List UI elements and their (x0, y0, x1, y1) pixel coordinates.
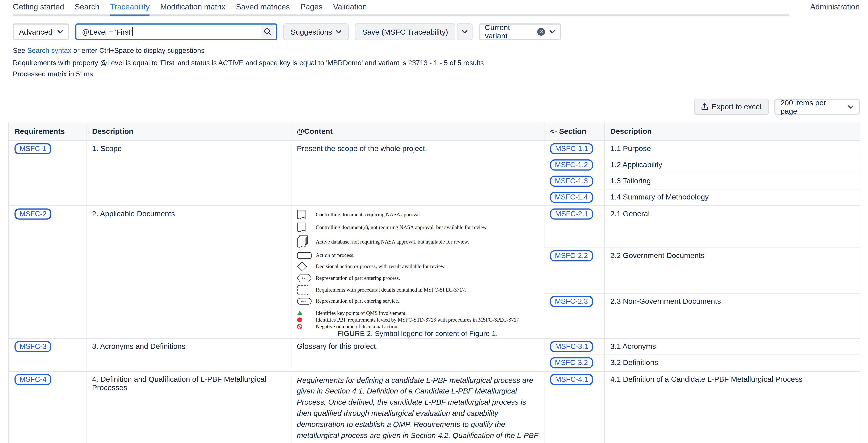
nav-getting-started[interactable]: Getting started (13, 2, 64, 14)
requirement-pill[interactable]: MSFC-3 (14, 341, 52, 352)
nav-modification-matrix[interactable]: Modification matrix (160, 2, 225, 14)
header-section-description: Description (604, 123, 860, 140)
qms-triangle-icon (297, 310, 316, 315)
chevron-down-icon (58, 30, 63, 33)
section-description: 2.3 Non-Government Documents (604, 293, 860, 338)
save-button[interactable]: Save (MSFC Traceability) (355, 24, 456, 40)
traceability-page: Getting started Search Traceability Modi… (0, 0, 868, 443)
section-description: 3.1 Acronyms (604, 338, 860, 354)
search-input[interactable]: @Level = 'First' (75, 24, 277, 40)
variant-select[interactable]: Current variant ✕ (479, 24, 561, 40)
requirement-content-figure: Controlling document, requiring NASA app… (291, 205, 544, 338)
query-mode-value: Advanced (19, 28, 53, 36)
document-controlled-icon (297, 209, 316, 220)
results-summary: Requirements with property @Level is equ… (13, 59, 868, 67)
chevron-down-icon (336, 30, 342, 33)
requirement-description: 3. Acronyms and Definitions (86, 338, 291, 371)
requirement-content: Present the scope of the whole project. (291, 140, 544, 205)
nav-traceability[interactable]: Traceability (110, 2, 150, 14)
top-navigation: Getting started Search Traceability Modi… (0, 0, 868, 16)
requirement-pill[interactable]: MSFC-1 (14, 143, 52, 154)
help-line: See Search syntax or enter Ctrl+Space to… (13, 47, 868, 55)
table-row: MSFC-4 4. Definition and Qualification o… (9, 371, 860, 443)
search-button[interactable] (261, 25, 274, 39)
section-pill[interactable]: MSFC-2.3 (550, 296, 593, 307)
section-description: 4.1 Definition of a Candidate L-PBF Meta… (604, 371, 860, 443)
chevron-down-icon (848, 105, 854, 108)
primary-nav: Getting started Search Traceability Modi… (13, 2, 789, 16)
search-query-text: @Level = 'First' (82, 27, 133, 36)
nav-pages[interactable]: Pages (301, 2, 322, 14)
nav-validation[interactable]: Validation (333, 2, 367, 14)
section-pill[interactable]: MSFC-1.1 (550, 143, 593, 154)
clear-variant-icon[interactable]: ✕ (537, 28, 545, 36)
requirement-description: 1. Scope (86, 140, 291, 205)
search-syntax-link[interactable]: Search syntax (27, 47, 71, 55)
section-pill[interactable]: MSFC-1.2 (550, 159, 593, 170)
section-description: 1.1 Purpose (604, 140, 860, 157)
process-box-icon (297, 252, 316, 259)
symbol-legend-figure: Controlling document, requiring NASA app… (297, 209, 538, 335)
export-icon (701, 103, 708, 110)
requirement-pill[interactable]: MSFC-2 (14, 208, 52, 219)
document-icon (297, 222, 316, 233)
section-description: 1.2 Applicability (604, 157, 860, 173)
header-description: Description (86, 123, 291, 140)
header-content: @Content (291, 123, 544, 140)
section-pill[interactable]: MSFC-1.4 (550, 192, 593, 203)
database-stack-icon (297, 235, 316, 248)
svg-text:Service: Service (301, 300, 308, 303)
suggestions-button[interactable]: Suggestions (283, 24, 349, 40)
section-pill[interactable]: MSFC-2.1 (550, 208, 593, 219)
page-size-value: 200 items per page (780, 98, 843, 115)
processed-time: Processed matrix in 51ms (13, 70, 868, 78)
variant-value: Current variant (485, 24, 533, 40)
matrix-header-row: Requirements Description @Content <- Sec… (9, 123, 860, 140)
nav-administration[interactable]: Administration (810, 2, 860, 11)
section-description: 1.4 Summary of Methodology (604, 189, 860, 205)
text-caret (132, 27, 133, 36)
service-stadium-icon: Service (297, 298, 316, 305)
part-hexagon-icon: Part (297, 273, 316, 282)
table-row: MSFC-1 1. Scope Present the scope of the… (9, 140, 860, 157)
table-row: MSFC-3 3. Acronyms and Definitions Gloss… (9, 338, 860, 354)
nav-saved-matrices[interactable]: Saved matrices (236, 2, 290, 14)
traceability-matrix: Requirements Description @Content <- Sec… (8, 123, 860, 443)
svg-text:Part: Part (302, 276, 307, 280)
section-description: 2.1 General (604, 205, 860, 248)
section-pill[interactable]: MSFC-4.1 (550, 374, 593, 385)
section-pill[interactable]: MSFC-2.2 (550, 250, 593, 262)
save-dropdown-button[interactable] (457, 24, 472, 40)
pbf-circle-icon (297, 317, 316, 322)
export-button[interactable]: Export to excel (694, 99, 769, 115)
page-size-select[interactable]: 200 items per page (774, 99, 860, 115)
search-icon (264, 28, 272, 36)
requirement-content: Requirements for defining a candidate L-… (291, 371, 544, 443)
save-split-button: Save (MSFC Traceability) (355, 24, 473, 40)
section-description: 1.3 Tailoring (604, 173, 860, 189)
nav-search[interactable]: Search (75, 2, 99, 14)
search-toolbar: Advanced @Level = 'First' Suggestions Sa… (13, 24, 860, 40)
chevron-down-icon (550, 30, 555, 33)
header-requirements: Requirements (9, 123, 86, 140)
section-pill[interactable]: MSFC-3.2 (550, 357, 593, 368)
figure-caption: FIGURE 2. Symbol legend for content of F… (297, 329, 538, 339)
section-pill[interactable]: MSFC-3.1 (550, 341, 593, 352)
section-pill[interactable]: MSFC-1.3 (550, 175, 593, 186)
requirement-pill[interactable]: MSFC-4 (14, 374, 52, 385)
section-description: 3.2 Definitions (604, 354, 860, 371)
decision-diamond-icon (297, 261, 316, 272)
negative-outcome-icon (297, 323, 316, 329)
query-mode-select[interactable]: Advanced (13, 24, 69, 40)
dashed-box-icon (297, 284, 316, 295)
requirement-description: 2. Applicable Documents (86, 205, 291, 338)
requirement-description: 4. Definition and Qualification of L-PBF… (86, 371, 291, 443)
section-description: 2.2 Government Documents (604, 248, 860, 293)
header-section: <- Section (544, 123, 604, 140)
chevron-down-icon (462, 30, 468, 33)
table-actions: Export to excel 200 items per page (0, 99, 860, 115)
requirement-content: Glossary for this project. (291, 338, 544, 371)
table-row: MSFC-2 2. Applicable Documents Controlli… (9, 205, 860, 248)
